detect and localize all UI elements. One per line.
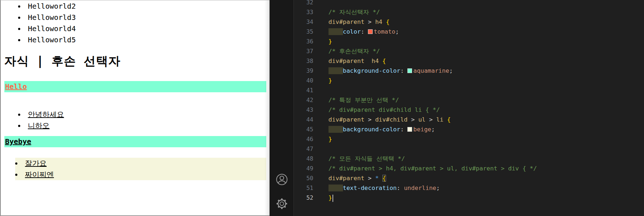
code-line[interactable]: 33 /* 자식선택자 */	[294, 7, 644, 17]
code-line[interactable]: 42 /* 특정 부분만 선택 */	[294, 95, 644, 105]
helloworld-list: Helloworld2Helloworld3Helloworld4Hellowo…	[4, 1, 76, 46]
code-line[interactable]: 38 div#parent h4 {	[294, 56, 644, 66]
code-token	[314, 67, 329, 74]
code-token	[329, 67, 343, 74]
code-token	[364, 58, 372, 64]
color-swatch[interactable]	[407, 127, 412, 132]
code-token: h4	[375, 18, 382, 25]
code-token: div#parent	[329, 18, 364, 25]
code-line[interactable]: 52 }	[294, 193, 644, 203]
line-number: 35	[294, 27, 313, 37]
code-token: underline	[404, 185, 436, 191]
code-line[interactable]: 50 div#parent > * {	[294, 173, 644, 183]
line-content: /* 모든 자식들 선택택 */	[314, 154, 405, 164]
code-token	[314, 126, 329, 133]
line-content: /* div#parent > h4, div#parent > ul, div…	[314, 164, 537, 173]
account-icon[interactable]	[276, 173, 288, 186]
code-line[interactable]: 39 background-color: aquamarine;	[294, 66, 644, 76]
code-line[interactable]: 46 }	[294, 134, 644, 144]
greeting-list: 안녕하세요니하오	[4, 109, 64, 131]
line-content: color: tomato;	[314, 27, 399, 37]
code-token: div#parent	[329, 58, 364, 64]
code-token: ;	[436, 185, 440, 191]
code-token: /* 자식선택자 */	[329, 9, 380, 16]
code-token: }	[329, 38, 332, 45]
line-content: }	[314, 76, 332, 85]
activity-bar	[270, 0, 294, 216]
code-line[interactable]: 32	[294, 0, 644, 7]
code-token: :	[400, 126, 407, 133]
code-token: *	[375, 175, 379, 182]
code-line[interactable]: 47	[294, 144, 644, 154]
code-line[interactable]: 48 /* 모든 자식들 선택택 */	[294, 154, 644, 164]
code-line[interactable]: 45 background-color: beige;	[294, 124, 644, 134]
hello-banner: Hello	[4, 81, 266, 92]
code-token: /* 후손선택자 */	[329, 48, 380, 55]
list-item: Helloworld5	[18, 34, 76, 46]
code-token: color	[343, 28, 361, 35]
code-token	[444, 116, 447, 123]
code-token: li	[436, 116, 444, 123]
text-cursor	[332, 195, 333, 202]
page-heading: 자식 | 후손 선택자	[4, 53, 120, 69]
code-token: }	[329, 136, 332, 143]
settings-gear-icon[interactable]	[276, 198, 288, 210]
code-token	[314, 165, 329, 172]
code-token	[314, 155, 329, 162]
code-line[interactable]: 40 }	[294, 76, 644, 85]
code-token: ;	[449, 67, 453, 74]
line-content: div#parent h4 {	[314, 56, 386, 66]
line-number: 52	[294, 193, 313, 203]
browser-preview-pane[interactable]: Helloworld2Helloworld3Helloworld4Hellowo…	[0, 0, 270, 216]
code-token	[314, 97, 329, 103]
line-number: 33	[294, 7, 313, 17]
color-swatch[interactable]	[368, 29, 373, 34]
code-token: ;	[395, 28, 399, 35]
code-token	[314, 38, 329, 45]
code-line[interactable]: 36 }	[294, 37, 644, 46]
byebye-banner: Byebye	[4, 136, 266, 147]
code-token: ul	[418, 116, 425, 123]
code-line[interactable]: 49 /* div#parent > h4, div#parent > ul, …	[294, 164, 644, 173]
line-number: 38	[294, 56, 313, 66]
list-item: 안녕하세요	[18, 109, 64, 120]
code-token: /* div#parent div#child li { */	[329, 106, 440, 113]
line-number: 34	[294, 17, 313, 27]
code-line[interactable]: 51 text-decoration: underline;	[294, 183, 644, 193]
code-token: ;	[431, 126, 435, 133]
list-item: 니하오	[18, 120, 64, 131]
code-token: :	[397, 185, 404, 191]
list-item: 짜이찌엔	[15, 169, 266, 180]
code-line[interactable]: 37 /* 후손선택자 */	[294, 46, 644, 56]
line-number: 36	[294, 37, 313, 46]
line-content: div#parent > h4 {	[314, 17, 390, 27]
farewell-list: 잘가요짜이찌엔	[1, 158, 266, 180]
line-number: 43	[294, 105, 313, 115]
code-token: beige	[413, 126, 431, 133]
code-line[interactable]: 44 div#parent > div#child > ul > li {	[294, 115, 644, 124]
code-token: background-color	[343, 67, 401, 74]
list-item: 잘가요	[15, 158, 266, 169]
code-line[interactable]: 43 /* div#parent div#child li { */	[294, 105, 644, 115]
line-content: }	[314, 134, 332, 144]
line-number: 41	[294, 85, 313, 95]
code-token: tomato	[374, 28, 395, 35]
code-editor[interactable]: 3233 /* 자식선택자 */34 div#parent > h4 {35 c…	[294, 0, 644, 216]
code-token: {	[447, 116, 451, 123]
code-token	[314, 28, 329, 35]
code-token	[314, 194, 329, 201]
line-content: /* div#parent div#child li { */	[314, 105, 440, 115]
code-token: div#parent	[329, 175, 364, 182]
code-line[interactable]: 35 color: tomato;	[294, 27, 644, 37]
code-token	[329, 126, 343, 133]
code-line[interactable]: 41	[294, 85, 644, 95]
code-line[interactable]: 34 div#parent > h4 {	[294, 17, 644, 27]
code-token	[314, 136, 329, 143]
code-token: >	[425, 116, 436, 123]
line-content: }	[314, 37, 332, 46]
line-number: 37	[294, 46, 313, 56]
color-swatch[interactable]	[407, 68, 412, 73]
code-token: div#parent	[329, 116, 364, 123]
code-token	[314, 185, 329, 191]
line-number: 44	[294, 115, 313, 124]
